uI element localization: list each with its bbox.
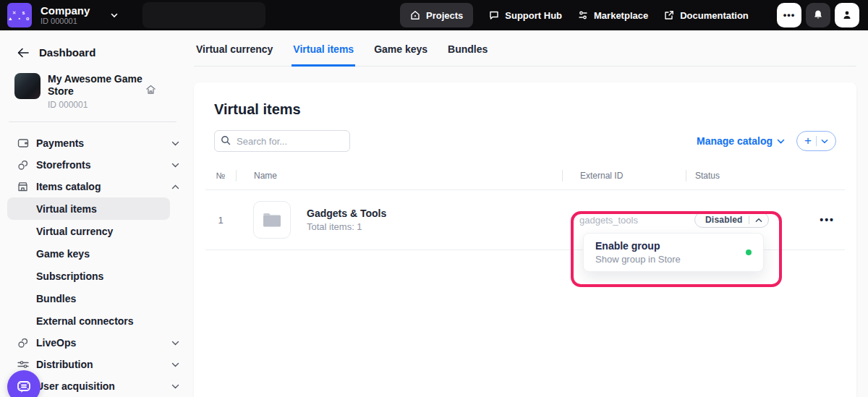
nav-documentation-label: Documentation [680, 10, 749, 21]
project-id: ID 000001 [48, 100, 156, 110]
chevron-down-icon [171, 384, 179, 389]
tags-icon [17, 338, 36, 349]
sidebar-divider [9, 121, 176, 122]
sidebar-item-label: LiveOps [36, 337, 76, 349]
status-badge: Disabled [705, 215, 743, 225]
xsolla-logo: ✕ s▲ ▪ o [7, 3, 32, 27]
chat-bubble-icon [489, 10, 499, 20]
search-input[interactable] [214, 130, 350, 152]
topbar-skeleton [142, 2, 265, 28]
company-name: Company [41, 4, 90, 17]
green-dot [746, 249, 752, 255]
sidebar-item-virtual-currency[interactable]: Virtual currency [0, 220, 194, 242]
manage-catalog-button[interactable]: Manage catalog [697, 135, 785, 147]
column-header-external-id: External ID [562, 170, 686, 182]
chevron-down-icon [171, 141, 179, 146]
tab-virtual-items[interactable]: Virtual items [292, 43, 355, 67]
wallet-icon [17, 138, 36, 148]
chevron-up-icon [171, 184, 179, 189]
sidebar-item-label: Storefronts [36, 159, 90, 171]
sidebar: Dashboard My Awesome Game Store ID 00000… [0, 30, 194, 397]
column-header-status: Status [686, 170, 845, 182]
topbar-nav: Projects Support Hub Marketplace Documen… [400, 3, 749, 27]
folder-icon [263, 212, 281, 228]
menu-item-subtitle: Show group in Store [595, 254, 681, 265]
user-icon [841, 9, 853, 21]
nav-documentation[interactable]: Documentation [664, 10, 749, 21]
column-header-num: № [205, 171, 236, 181]
search-box [214, 130, 350, 152]
column-header-name: Name [236, 170, 562, 182]
manage-catalog-label: Manage catalog [697, 135, 773, 147]
project-avatar [14, 73, 41, 99]
group-thumbnail [253, 201, 291, 239]
sidebar-item-liveops[interactable]: LiveOps [0, 332, 194, 354]
sidebar-item-subscriptions[interactable]: Subscriptions [0, 265, 194, 287]
home-icon[interactable] [145, 85, 156, 95]
topbar: ✕ s▲ ▪ o Company ID 000001 Projects Supp… [0, 0, 868, 30]
back-arrow-icon [17, 48, 29, 58]
page-title: Virtual items [214, 101, 836, 118]
sidebar-item-game-keys[interactable]: Game keys [0, 242, 194, 265]
divider [749, 215, 749, 224]
external-link-icon [664, 10, 674, 20]
group-total-items: Total items: 1 [307, 221, 386, 232]
sidebar-item-storefronts[interactable]: Storefronts [0, 154, 194, 176]
status-dropdown-toggle[interactable]: Disabled [694, 212, 769, 228]
tags-icon [17, 160, 36, 171]
company-switcher[interactable]: ✕ s▲ ▪ o Company ID 000001 [0, 3, 119, 27]
chevron-down-icon [171, 163, 179, 168]
sidebar-menu: Payments Storefronts Items catalog Virtu… [0, 132, 194, 397]
ellipsis-icon: ••• [783, 12, 796, 19]
tab-bundles[interactable]: Bundles [446, 43, 489, 67]
table-header: № Name External ID Status [205, 162, 845, 189]
chevron-down-icon [171, 362, 179, 367]
nav-projects-label: Projects [426, 10, 463, 21]
tab-game-keys[interactable]: Game keys [373, 43, 429, 67]
menu-item-enable-group[interactable]: Enable group Show group in Store [595, 240, 681, 265]
sidebar-item-bundles[interactable]: Bundles [0, 287, 194, 310]
row-number: 1 [205, 215, 236, 226]
more-apps-button[interactable]: ••• [777, 3, 801, 27]
tab-virtual-currency[interactable]: Virtual currency [195, 43, 274, 67]
nav-support-hub[interactable]: Support Hub [489, 10, 562, 21]
back-to-dashboard[interactable]: Dashboard [0, 30, 194, 59]
storefront-icon [17, 182, 36, 192]
main-content: Virtual currency Virtual items Game keys… [194, 30, 868, 397]
sidebar-item-external-connectors[interactable]: External connectors [0, 310, 194, 332]
group-external-id: gadgets_tools [562, 215, 686, 226]
add-group-split-button[interactable]: + [796, 131, 836, 151]
sidebar-item-label: Payments [36, 137, 84, 149]
sidebar-item-payments[interactable]: Payments [0, 132, 194, 154]
ellipsis-icon: ••• [820, 214, 835, 226]
menu-item-title: Enable group [595, 240, 681, 252]
search-icon [221, 135, 231, 145]
sidebar-item-virtual-items[interactable]: Virtual items [7, 197, 170, 220]
company-id: ID 000001 [41, 17, 90, 26]
sidebar-item-label: Distribution [36, 359, 93, 370]
project-name: My Awesome Game Store [48, 73, 156, 98]
home-icon [410, 10, 420, 20]
nav-projects[interactable]: Projects [400, 3, 473, 27]
back-label: Dashboard [39, 46, 95, 59]
notifications-button[interactable] [806, 3, 830, 27]
chevron-down-icon [110, 11, 119, 20]
sidebar-item-label: User acquisition [36, 380, 115, 392]
plus-icon: + [804, 135, 812, 147]
sidebar-item-items-catalog[interactable]: Items catalog [0, 176, 194, 197]
sliders-icon [17, 360, 36, 369]
nav-marketplace[interactable]: Marketplace [578, 10, 648, 21]
tune-icon [578, 10, 588, 20]
chat-widget-icon [15, 379, 33, 395]
status-dropdown-menu: Enable group Show group in Store [583, 233, 764, 272]
chevron-down-icon [171, 341, 179, 346]
project-block: My Awesome Game Store ID 000001 [0, 59, 194, 110]
account-button[interactable] [835, 3, 859, 27]
nav-marketplace-label: Marketplace [594, 10, 648, 21]
topbar-actions: ••• [777, 3, 859, 27]
divider [816, 136, 817, 146]
nav-support-hub-label: Support Hub [505, 10, 562, 21]
row-actions-menu[interactable]: ••• [820, 214, 835, 226]
content-tabs: Virtual currency Virtual items Game keys… [194, 43, 856, 67]
sidebar-item-label: Items catalog [36, 181, 101, 192]
